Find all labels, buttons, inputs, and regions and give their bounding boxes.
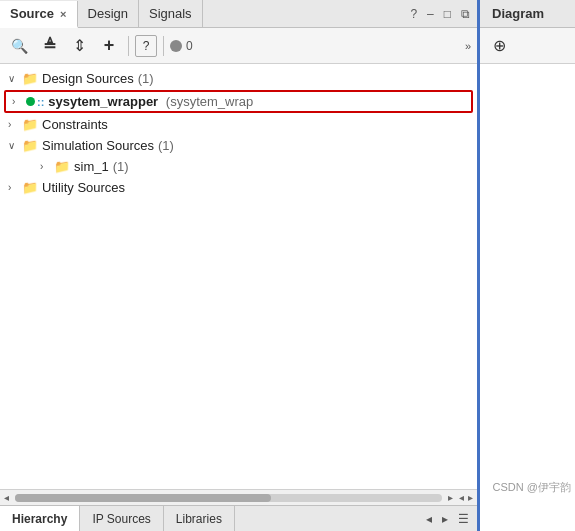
diagram-tab-bar: Diagram: [480, 0, 575, 28]
tab-source-label: Source: [10, 6, 54, 21]
sysytem-wrapper-label: sysytem_wrapper: [48, 94, 158, 109]
zoom-in-button[interactable]: ⊕: [486, 33, 512, 59]
source-panel: Source × Design Signals ? – □ ⧉ 🔍 ≜ ⇕ +: [0, 0, 480, 531]
maximize-icon[interactable]: □: [441, 5, 454, 23]
help-icon[interactable]: ?: [407, 5, 420, 23]
scroll-extra-left-icon[interactable]: ◂: [457, 492, 466, 503]
help-button[interactable]: ?: [135, 35, 157, 57]
tab-ip-sources[interactable]: IP Sources: [80, 506, 163, 531]
simulation-sources-item[interactable]: ∨ 📁 Simulation Sources (1): [0, 135, 477, 156]
badge-count: 0: [186, 39, 193, 53]
simulation-sources-label: Simulation Sources: [42, 138, 154, 153]
bottom-tab-icons: ◂ ▸ ☰: [422, 510, 477, 528]
menu-icon[interactable]: ☰: [454, 510, 473, 528]
sim-1-item[interactable]: › 📁 sim_1 (1): [0, 156, 477, 177]
scroll-right-icon[interactable]: ▸: [446, 492, 455, 503]
tab-signals[interactable]: Signals: [139, 0, 203, 27]
status-circle-icon: [170, 40, 182, 52]
diagram-toolbar: ⊕: [480, 28, 575, 64]
utility-sources-label: Utility Sources: [42, 180, 125, 195]
sim-1-label: sim_1: [74, 159, 109, 174]
file-type-icon: ::: [37, 96, 44, 108]
constraints-label: Constraints: [42, 117, 108, 132]
search-icon: 🔍: [11, 38, 28, 54]
collapse-all-button[interactable]: ≜: [36, 33, 62, 59]
chevron-right-icon: ›: [40, 161, 50, 172]
folder-icon: 📁: [22, 117, 38, 132]
toolbar-divider-2: [163, 36, 164, 56]
folder-icon: 📁: [54, 159, 70, 174]
zoom-in-icon: ⊕: [493, 36, 506, 55]
sysytem-wrapper-module: (sysytem_wrap: [162, 94, 253, 109]
scrollbar-thumb: [15, 494, 271, 502]
watermark-text: CSDN @伊宇韵: [493, 480, 571, 495]
tab-window-icons: ? – □ ⧉: [403, 0, 477, 27]
tree-content: ∨ 📁 Design Sources (1) › :: sysytem_wrap…: [0, 64, 477, 489]
design-sources-label: Design Sources: [42, 71, 134, 86]
chevron-right-icon: ›: [12, 96, 22, 107]
tab-source[interactable]: Source ×: [0, 1, 78, 28]
help-icon: ?: [143, 39, 150, 53]
chevron-right-icon: ›: [8, 119, 18, 130]
expand-all-button[interactable]: ⇕: [66, 33, 92, 59]
folder-icon: 📁: [22, 71, 38, 86]
diagram-panel: Diagram ⊕ CSDN @伊宇韵: [480, 0, 575, 531]
tab-design-label: Design: [88, 6, 128, 21]
status-badge: 0: [170, 39, 193, 53]
tab-source-close[interactable]: ×: [60, 8, 66, 20]
search-button[interactable]: 🔍: [6, 33, 32, 59]
simulation-sources-count: (1): [158, 138, 174, 153]
add-button[interactable]: +: [96, 33, 122, 59]
tab-libraries-label: Libraries: [176, 512, 222, 526]
tab-ip-sources-label: IP Sources: [92, 512, 150, 526]
sysytem-wrapper-item[interactable]: › :: sysytem_wrapper (sysytem_wrap: [4, 90, 473, 113]
scroll-left-icon[interactable]: ◂: [2, 492, 11, 503]
folder-icon: 📁: [22, 180, 38, 195]
diagram-area: CSDN @伊宇韵: [480, 64, 575, 531]
chevron-right-icon: ›: [8, 182, 18, 193]
restore-icon[interactable]: ⧉: [458, 5, 473, 23]
tab-hierarchy-label: Hierarchy: [12, 512, 67, 526]
more-icon: »: [465, 40, 471, 52]
minimize-icon[interactable]: –: [424, 5, 437, 23]
collapse-all-icon: ≜: [43, 36, 56, 55]
more-button[interactable]: »: [465, 40, 471, 52]
tab-bar: Source × Design Signals ? – □ ⧉: [0, 0, 477, 28]
scrollbar-area: ◂ ▸ ◂ ▸: [0, 489, 477, 505]
file-icon: ::: [26, 96, 44, 108]
tab-signals-label: Signals: [149, 6, 192, 21]
horizontal-scrollbar[interactable]: [15, 494, 442, 502]
utility-sources-item[interactable]: › 📁 Utility Sources: [0, 177, 477, 198]
diagram-title: Diagram: [484, 6, 552, 21]
nav-right-icon[interactable]: ▸: [438, 510, 452, 528]
add-icon: +: [104, 35, 115, 56]
green-dot-icon: [26, 97, 35, 106]
toolbar: 🔍 ≜ ⇕ + ? 0 »: [0, 28, 477, 64]
tab-hierarchy[interactable]: Hierarchy: [0, 506, 80, 531]
tab-libraries[interactable]: Libraries: [164, 506, 235, 531]
expand-all-icon: ⇕: [73, 36, 86, 55]
sim-1-count: (1): [113, 159, 129, 174]
design-sources-count: (1): [138, 71, 154, 86]
nav-left-icon[interactable]: ◂: [422, 510, 436, 528]
bottom-tab-bar: Hierarchy IP Sources Libraries ◂ ▸ ☰: [0, 505, 477, 531]
tab-design[interactable]: Design: [78, 0, 139, 27]
folder-icon: 📁: [22, 138, 38, 153]
constraints-item[interactable]: › 📁 Constraints: [0, 114, 477, 135]
chevron-down-icon: ∨: [8, 73, 18, 84]
chevron-down-icon: ∨: [8, 140, 18, 151]
design-sources-item[interactable]: ∨ 📁 Design Sources (1): [0, 68, 477, 89]
toolbar-divider: [128, 36, 129, 56]
scroll-extra-right-icon[interactable]: ▸: [466, 492, 475, 503]
